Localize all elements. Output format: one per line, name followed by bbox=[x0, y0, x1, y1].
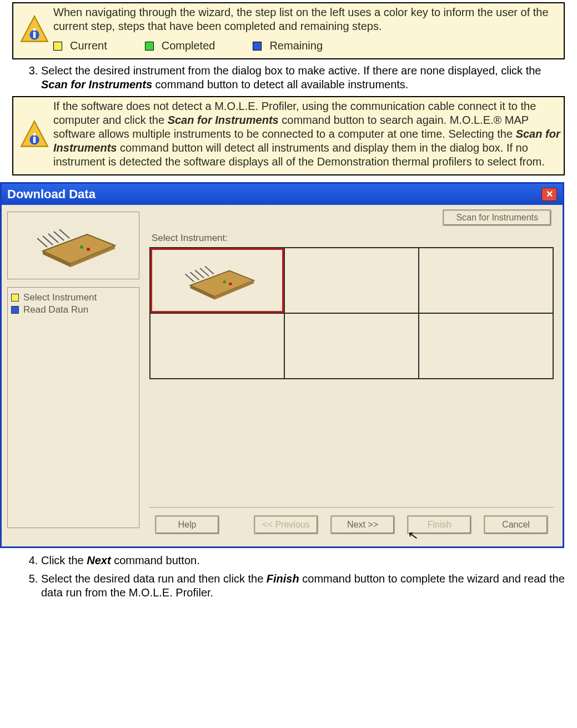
instrument-grid bbox=[149, 247, 554, 379]
svg-point-27 bbox=[229, 283, 232, 285]
legend-swatch-current bbox=[53, 42, 62, 51]
info-note-color-key: When navigating through the wizard, the … bbox=[12, 2, 565, 59]
legend-label-completed: Completed bbox=[162, 39, 215, 53]
instrument-cell-empty[interactable] bbox=[150, 314, 284, 378]
step-3-text-c: command button to detect all available i… bbox=[152, 78, 408, 91]
step-3-bold: Scan for Instruments bbox=[41, 78, 152, 91]
device-thumbnail bbox=[7, 212, 139, 279]
legend-label-current: Current bbox=[70, 39, 107, 53]
info-icon bbox=[16, 120, 53, 149]
svg-rect-2 bbox=[33, 28, 36, 30]
svg-line-25 bbox=[205, 266, 214, 274]
step-4: Click the Next command button. bbox=[41, 554, 565, 568]
svg-line-11 bbox=[37, 238, 47, 247]
cancel-button[interactable]: Cancel bbox=[484, 515, 548, 534]
scan-for-instruments-button[interactable]: Scan for Instruments bbox=[443, 209, 551, 226]
info-note-scan: If the software does not detect a M.O.L.… bbox=[12, 96, 565, 175]
svg-line-12 bbox=[43, 236, 53, 245]
step-5: Select the desired data run and then cli… bbox=[41, 572, 565, 600]
step-list: Select the desired instrument from the d… bbox=[12, 64, 565, 92]
legend-swatch-remaining bbox=[253, 42, 262, 51]
step-4-bold: Next bbox=[87, 554, 111, 566]
svg-point-26 bbox=[223, 280, 226, 283]
step-4-text-c: command button. bbox=[111, 554, 200, 566]
step-status-icon bbox=[11, 294, 19, 302]
select-instrument-label: Select Instrument: bbox=[152, 233, 554, 244]
info-note-body: When navigating through the wizard, the … bbox=[53, 6, 560, 53]
wizard-step-list: Select Instrument Read Data Run bbox=[7, 287, 139, 528]
instrument-cell-empty[interactable] bbox=[419, 314, 553, 378]
svg-line-14 bbox=[54, 232, 64, 240]
step-3-text-a: Select the desired instrument from the d… bbox=[41, 64, 541, 77]
dialog-title: Download Data bbox=[7, 187, 96, 202]
svg-rect-7 bbox=[33, 137, 36, 143]
wizard-right-pane: Scan for Instruments Select Instrument: bbox=[144, 205, 563, 546]
info-note-text: When navigating through the wizard, the … bbox=[53, 6, 549, 32]
step-3: Select the desired instrument from the d… bbox=[41, 64, 565, 92]
svg-point-17 bbox=[87, 248, 90, 251]
instrument-cell-empty[interactable] bbox=[419, 248, 553, 313]
step-label: Read Data Run bbox=[23, 304, 88, 315]
note2-e: command button will detect all instrumen… bbox=[53, 142, 545, 168]
step-list-cont: Click the Next command button. Select th… bbox=[12, 554, 565, 600]
info-note-body: If the software does not detect a M.O.L.… bbox=[53, 99, 560, 169]
svg-line-15 bbox=[59, 229, 69, 238]
instrument-cell-selected[interactable] bbox=[150, 248, 284, 313]
svg-rect-6 bbox=[33, 133, 36, 135]
step-4-text-a: Click the bbox=[41, 554, 87, 566]
info-icon bbox=[16, 15, 53, 44]
step-status-icon bbox=[11, 306, 19, 314]
legend-label-remaining: Remaining bbox=[269, 39, 323, 53]
wizard-step-select-instrument[interactable]: Select Instrument bbox=[11, 292, 136, 303]
next-button[interactable]: Next >> bbox=[330, 515, 395, 534]
legend-swatch-completed bbox=[145, 42, 154, 51]
close-icon: ✕ bbox=[546, 190, 553, 199]
wizard-step-read-data-run[interactable]: Read Data Run bbox=[11, 304, 136, 315]
svg-rect-3 bbox=[33, 32, 36, 38]
download-data-dialog: Download Data ✕ bbox=[0, 182, 564, 548]
svg-line-23 bbox=[195, 270, 204, 278]
svg-line-22 bbox=[190, 272, 199, 280]
color-legend: Current Completed Remaining bbox=[53, 39, 560, 53]
step-5-bold: Finish bbox=[267, 573, 299, 585]
note2-b: Scan for Instruments bbox=[168, 114, 279, 126]
svg-line-21 bbox=[185, 274, 194, 282]
instrument-cell-empty[interactable] bbox=[285, 314, 418, 378]
previous-button[interactable]: << Previous bbox=[254, 515, 318, 534]
help-button[interactable]: Help bbox=[155, 515, 219, 534]
svg-point-16 bbox=[80, 245, 83, 249]
close-button[interactable]: ✕ bbox=[541, 188, 557, 201]
instrument-cell-empty[interactable] bbox=[285, 248, 418, 313]
svg-line-24 bbox=[200, 268, 209, 276]
wizard-button-row: Help << Previous Next >> Finish Cancel ↖ bbox=[149, 507, 554, 542]
wizard-left-pane: Select Instrument Read Data Run bbox=[2, 205, 144, 546]
svg-line-13 bbox=[48, 234, 58, 243]
step-5-text-a: Select the desired data run and then cli… bbox=[41, 573, 267, 585]
step-label: Select Instrument bbox=[23, 292, 97, 303]
dialog-titlebar[interactable]: Download Data ✕ bbox=[2, 184, 563, 205]
